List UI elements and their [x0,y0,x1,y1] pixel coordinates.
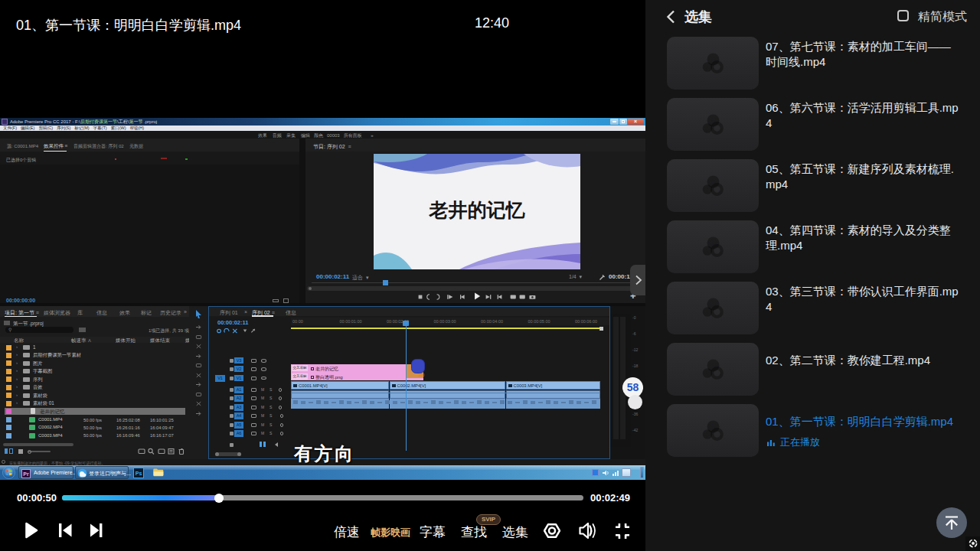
svg-text:老井的记忆: 老井的记忆 [429,199,526,220]
